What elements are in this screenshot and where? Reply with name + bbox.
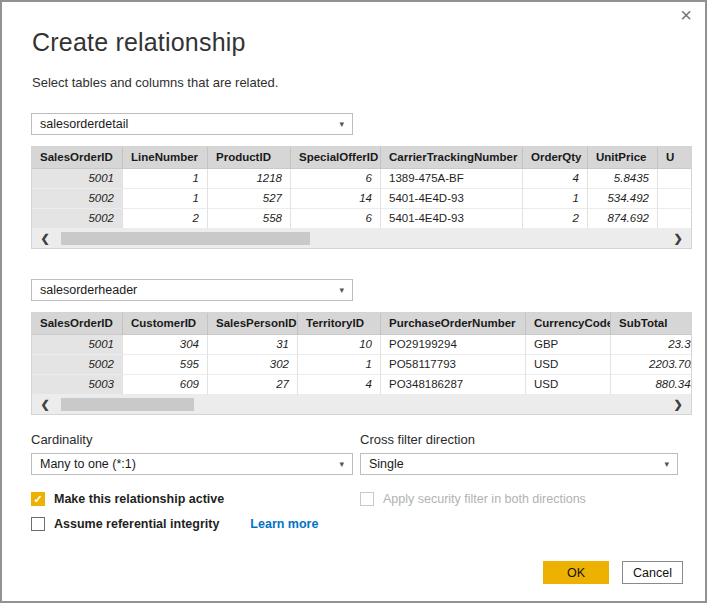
checkbox-unchecked-icon[interactable] xyxy=(31,517,45,531)
table-cell[interactable]: 1 xyxy=(123,169,208,189)
column-header[interactable]: SalesPersonID xyxy=(208,313,298,335)
scroll-right-icon[interactable]: ❯ xyxy=(665,398,691,411)
table1-preview: SalesOrderID LineNumber ProductID Specia… xyxy=(31,146,692,249)
table-cell[interactable] xyxy=(658,169,692,189)
table-cell[interactable]: 5001 xyxy=(32,169,123,189)
assume-integrity-checkbox-row[interactable]: Assume referential integrity Learn more xyxy=(31,517,353,531)
scrollbar-thumb[interactable] xyxy=(61,232,310,245)
table-cell[interactable]: 6 xyxy=(291,169,381,189)
table-cell[interactable]: USD xyxy=(526,355,611,375)
table-row[interactable]: 5001 1 1218 6 1389-475A-BF 4 5.8435 xyxy=(32,169,692,189)
column-header[interactable]: UnitPrice xyxy=(588,147,658,169)
ok-button[interactable]: OK xyxy=(543,561,609,584)
column-header[interactable]: PurchaseOrderNumber xyxy=(381,313,526,335)
table-cell[interactable]: 527 xyxy=(208,189,291,209)
table-cell[interactable]: 2203.702 xyxy=(611,355,692,375)
chevron-down-icon: ▾ xyxy=(664,459,669,469)
table-cell[interactable]: 5003 xyxy=(32,375,123,395)
table2-selector-value: salesorderheader xyxy=(40,283,137,297)
make-active-checkbox-row[interactable]: ✓ Make this relationship active xyxy=(31,492,353,506)
table-cell[interactable]: 5401-4E4D-93 xyxy=(381,189,523,209)
scroll-left-icon[interactable]: ❮ xyxy=(32,398,58,411)
cardinality-dropdown[interactable]: Many to one (*:1) ▾ xyxy=(31,453,353,475)
assume-integrity-label: Assume referential integrity xyxy=(54,517,219,531)
column-header[interactable]: TerritoryID xyxy=(298,313,381,335)
cross-filter-dropdown[interactable]: Single ▾ xyxy=(360,453,678,475)
scrollbar-track[interactable] xyxy=(58,398,665,411)
table-cell[interactable]: 1 xyxy=(298,355,381,375)
table-cell[interactable]: GBP xyxy=(526,335,611,355)
table-cell[interactable]: 5.8435 xyxy=(588,169,658,189)
table2-header-row: SalesOrderID CustomerID SalesPersonID Te… xyxy=(32,313,692,335)
table-cell[interactable]: 4 xyxy=(298,375,381,395)
chevron-down-icon: ▾ xyxy=(339,119,344,129)
table-cell[interactable]: 14 xyxy=(291,189,381,209)
table-cell[interactable]: 609 xyxy=(123,375,208,395)
table-row[interactable]: 5002 1 527 14 5401-4E4D-93 1 534.492 xyxy=(32,189,692,209)
table-cell[interactable]: 5002 xyxy=(32,189,123,209)
scroll-right-icon[interactable]: ❯ xyxy=(665,232,691,245)
table2-preview: SalesOrderID CustomerID SalesPersonID Te… xyxy=(31,312,692,415)
table-cell[interactable]: 5401-4E4D-93 xyxy=(381,209,523,229)
table-cell[interactable]: 874.692 xyxy=(588,209,658,229)
column-header[interactable]: OrderQty xyxy=(523,147,588,169)
table-cell[interactable]: 23.37 xyxy=(611,335,692,355)
table-cell[interactable]: 6 xyxy=(291,209,381,229)
column-header[interactable]: SubTotal xyxy=(611,313,692,335)
checkbox-disabled-icon xyxy=(360,492,374,506)
table-cell[interactable]: 880.348 xyxy=(611,375,692,395)
cross-filter-label: Cross filter direction xyxy=(360,432,689,447)
table-cell[interactable]: 4 xyxy=(523,169,588,189)
table-cell[interactable]: 595 xyxy=(123,355,208,375)
table-cell[interactable]: USD xyxy=(526,375,611,395)
horizontal-scrollbar[interactable]: ❮ ❯ xyxy=(32,229,691,248)
table-cell[interactable]: 31 xyxy=(208,335,298,355)
cancel-button[interactable]: Cancel xyxy=(622,561,683,584)
table-cell[interactable]: 304 xyxy=(123,335,208,355)
table-cell[interactable]: 1 xyxy=(523,189,588,209)
table-cell[interactable] xyxy=(658,209,692,229)
scrollbar-track[interactable] xyxy=(58,232,665,245)
column-header[interactable]: SalesOrderID xyxy=(32,313,123,335)
checkbox-checked-icon[interactable]: ✓ xyxy=(31,492,45,506)
column-header[interactable]: SalesOrderID xyxy=(32,147,123,169)
horizontal-scrollbar[interactable]: ❮ ❯ xyxy=(32,395,691,414)
column-header[interactable]: LineNumber xyxy=(123,147,208,169)
table-cell[interactable]: 1218 xyxy=(208,169,291,189)
table-cell[interactable]: PO29199294 xyxy=(381,335,526,355)
scroll-left-icon[interactable]: ❮ xyxy=(32,232,58,245)
column-header[interactable]: U xyxy=(658,147,692,169)
table-cell[interactable]: 5002 xyxy=(32,209,123,229)
table-cell[interactable]: 1 xyxy=(123,189,208,209)
table-cell[interactable]: 27 xyxy=(208,375,298,395)
table-cell[interactable]: 5001 xyxy=(32,335,123,355)
column-header[interactable]: CustomerID xyxy=(123,313,208,335)
table1-selector-dropdown[interactable]: salesorderdetail ▾ xyxy=(31,113,353,135)
table-cell[interactable]: 2 xyxy=(523,209,588,229)
table-cell[interactable]: 2 xyxy=(123,209,208,229)
table-cell[interactable]: 5002 xyxy=(32,355,123,375)
table-cell[interactable]: 558 xyxy=(208,209,291,229)
column-header[interactable]: CarrierTrackingNumber xyxy=(381,147,523,169)
table-cell[interactable]: PO58117793 xyxy=(381,355,526,375)
table-cell[interactable]: 534.492 xyxy=(588,189,658,209)
column-header[interactable]: CurrencyCode xyxy=(526,313,611,335)
table-row[interactable]: 5002 2 558 6 5401-4E4D-93 2 874.692 xyxy=(32,209,692,229)
table-row[interactable]: 5003 609 27 4 PO348186287 USD 880.348 xyxy=(32,375,692,395)
scrollbar-thumb[interactable] xyxy=(61,398,194,411)
table-row[interactable]: 5001 304 31 10 PO29199294 GBP 23.37 xyxy=(32,335,692,355)
column-header[interactable]: SpecialOfferID xyxy=(291,147,381,169)
security-filter-checkbox-row: Apply security filter in both directions xyxy=(360,492,689,506)
learn-more-link[interactable]: Learn more xyxy=(250,517,318,531)
table-cell[interactable]: 1389-475A-BF xyxy=(381,169,523,189)
table-cell[interactable]: 10 xyxy=(298,335,381,355)
table-row[interactable]: 5002 595 302 1 PO58117793 USD 2203.702 xyxy=(32,355,692,375)
chevron-down-icon: ▾ xyxy=(339,285,344,295)
table-cell[interactable]: PO348186287 xyxy=(381,375,526,395)
table-cell[interactable] xyxy=(658,189,692,209)
table2-selector-dropdown[interactable]: salesorderheader ▾ xyxy=(31,279,353,301)
close-icon[interactable]: × xyxy=(675,4,697,26)
table1-selector-value: salesorderdetail xyxy=(40,117,128,131)
table-cell[interactable]: 302 xyxy=(208,355,298,375)
column-header[interactable]: ProductID xyxy=(208,147,291,169)
